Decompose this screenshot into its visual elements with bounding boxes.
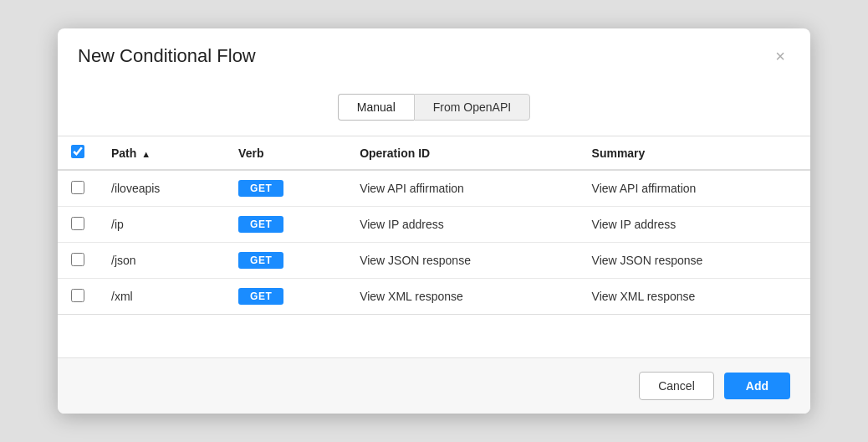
row-summary: View IP address [579, 207, 810, 243]
row-summary: View XML response [579, 279, 810, 315]
row-checkbox-cell[interactable] [58, 279, 98, 315]
table-row: /iloveapis GET View API affirmation View… [58, 170, 810, 207]
row-verb: GET [225, 279, 346, 315]
dialog-title: New Conditional Flow [78, 45, 256, 67]
table-row: /ip GET View IP address View IP address [58, 207, 810, 243]
close-button[interactable]: × [770, 46, 790, 66]
dialog-body: Manual From OpenAPI Path ▲ Verb Operatio… [58, 80, 810, 357]
header-summary: Summary [579, 136, 810, 171]
api-table: Path ▲ Verb Operation ID Summary /ilovea… [58, 136, 810, 315]
row-verb: GET [225, 243, 346, 279]
row-path: /xml [98, 279, 225, 315]
row-checkbox[interactable] [71, 217, 84, 230]
row-checkbox[interactable] [71, 253, 84, 266]
row-verb: GET [225, 207, 346, 243]
add-button[interactable]: Add [724, 373, 790, 399]
row-checkbox[interactable] [71, 181, 84, 194]
verb-badge: GET [238, 180, 283, 197]
row-checkbox-cell[interactable] [58, 170, 98, 207]
verb-badge: GET [238, 288, 283, 305]
tab-manual[interactable]: Manual [338, 94, 414, 121]
cancel-button[interactable]: Cancel [639, 372, 714, 400]
row-path: /iloveapis [98, 170, 225, 207]
row-checkbox-cell[interactable] [58, 207, 98, 243]
table-header-row: Path ▲ Verb Operation ID Summary [58, 136, 810, 171]
row-operation-id: View XML response [346, 279, 578, 315]
tab-bar: Manual From OpenAPI [58, 80, 810, 136]
row-operation-id: View JSON response [346, 243, 578, 279]
row-verb: GET [225, 170, 346, 207]
row-operation-id: View API affirmation [346, 170, 578, 207]
header-verb: Verb [225, 136, 346, 171]
header-operation-id: Operation ID [346, 136, 578, 171]
row-operation-id: View IP address [346, 207, 578, 243]
row-path: /ip [98, 207, 225, 243]
table-row: /json GET View JSON response View JSON r… [58, 243, 810, 279]
header-path: Path ▲ [98, 136, 225, 171]
tab-from-openapi[interactable]: From OpenAPI [414, 94, 530, 121]
dialog: New Conditional Flow × Manual From OpenA… [58, 28, 810, 414]
dialog-footer: Cancel Add [58, 357, 810, 414]
row-summary: View JSON response [579, 243, 810, 279]
row-path: /json [98, 243, 225, 279]
row-summary: View API affirmation [579, 170, 810, 207]
row-checkbox[interactable] [71, 289, 84, 302]
sort-arrow-icon: ▲ [141, 149, 151, 159]
header-checkbox-cell[interactable] [58, 136, 98, 171]
row-checkbox-cell[interactable] [58, 243, 98, 279]
dialog-header: New Conditional Flow × [58, 28, 810, 80]
verb-badge: GET [238, 216, 283, 233]
table-row: /xml GET View XML response View XML resp… [58, 279, 810, 315]
verb-badge: GET [238, 252, 283, 269]
header-checkbox[interactable] [71, 145, 84, 158]
